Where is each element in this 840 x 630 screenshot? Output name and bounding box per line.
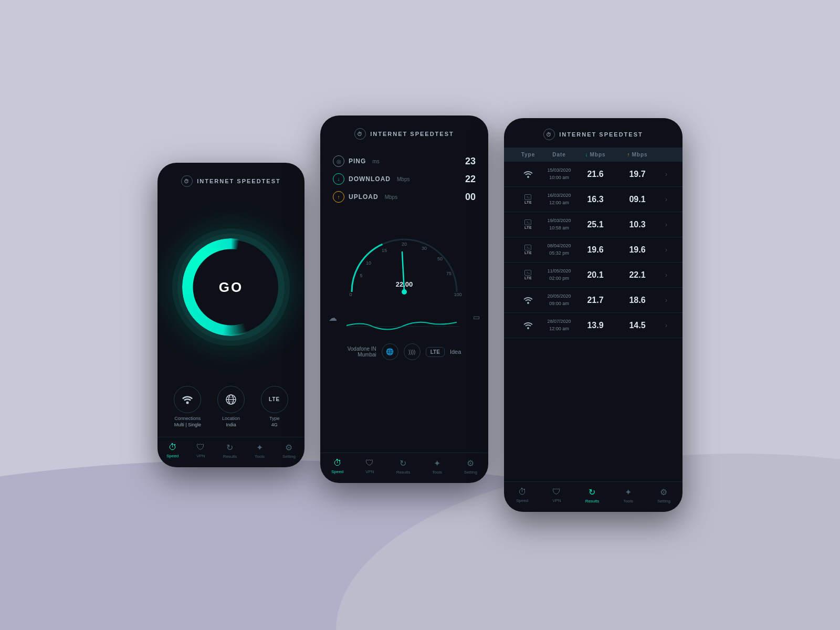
phone2-nav: ⏱ Speed 🛡 VPN ↻ Results ✦ Tools ⚙ Settin… xyxy=(320,453,488,483)
down-cell-7: 13.9 xyxy=(574,321,616,330)
lte-type-badge: LTE xyxy=(261,386,288,413)
nav-speed-p3[interactable]: ⏱ Speed xyxy=(516,487,528,503)
table-header: Type Date ↓Mbps ↑Mbps xyxy=(504,148,682,162)
nav-setting-p1[interactable]: ⚙ Setting xyxy=(282,443,296,459)
table-row[interactable]: ↑↓ LTE 19/03/202010:58 am 25.1 10.3 › xyxy=(504,212,682,237)
nav-setting-p2[interactable]: ⚙ Setting xyxy=(464,458,477,475)
download-value: 22 xyxy=(465,174,476,185)
svg-point-19 xyxy=(527,176,529,178)
phone1-nav: ⏱ Speed 🛡 VPN ↻ Results ✦ Tools ⚙ Settin… xyxy=(158,437,304,467)
type-cell-5: ↑↓ LTE xyxy=(512,270,544,280)
svg-point-0 xyxy=(186,401,189,404)
nav-tools-p1[interactable]: ✦ Tools xyxy=(255,443,265,459)
phone3: ⏱ INTERNET SPEEDTEST Type Date ↓Mbps ↑Mb… xyxy=(504,118,682,512)
results-nav-label-p1: Results xyxy=(223,454,237,459)
vpn-nav-label-p2: VPN xyxy=(365,469,374,474)
table-row[interactable]: ↑↓ LTE 11/05/202002:00 pm 20.1 22.1 › xyxy=(504,262,682,288)
nav-vpn-p1[interactable]: 🛡 VPN xyxy=(196,443,205,459)
type-cell-1 xyxy=(512,170,544,179)
speed-nav-icon-p2: ⏱ xyxy=(333,458,342,468)
stats-section: ◎ PING ms 23 ↓ DOWNLOAD Mbps 22 ↑ UPLOAD xyxy=(320,148,488,210)
table-row[interactable]: ↑↓ LTE 08/04/202005:32 pm 19.6 19.6 › xyxy=(504,237,682,262)
speedtest-icon-p2: ⏱ xyxy=(354,128,366,140)
chevron-6: › xyxy=(658,297,674,304)
nav-results-p1[interactable]: ↻ Results xyxy=(223,443,237,459)
nav-speed-p1[interactable]: ⏱ Speed xyxy=(166,443,178,459)
nav-speed-p2[interactable]: ⏱ Speed xyxy=(331,458,343,475)
type-cell-7 xyxy=(512,321,544,330)
provider-name-text: Vodafone IN Mumbai xyxy=(348,346,376,358)
setting-nav-icon-p3: ⚙ xyxy=(660,487,667,497)
svg-point-20 xyxy=(527,302,529,304)
date-cell-2: 16/03/202012:00 am xyxy=(544,192,574,206)
svg-text:0: 0 xyxy=(349,292,352,297)
svg-point-21 xyxy=(527,327,529,329)
table-row[interactable]: ↑↓ LTE 16/03/202012:00 am 16.3 09.1 › xyxy=(504,187,682,212)
vpn-nav-icon-p1: 🛡 xyxy=(196,443,205,452)
table-row[interactable]: 20/05/202009:00 am 21.7 18.6 › xyxy=(504,288,682,313)
down-cell-2: 16.3 xyxy=(574,195,616,204)
tools-nav-label-p1: Tools xyxy=(255,454,265,459)
phone2: ⏱ INTERNET SPEEDTEST ◎ PING ms 23 ↓ DOWN… xyxy=(320,116,488,483)
location-label: Location India xyxy=(222,415,240,428)
speed-nav-label-p1: Speed xyxy=(166,454,178,458)
table-row[interactable]: 28/07/202012:00 am 13.9 14.5 › xyxy=(504,313,682,338)
svg-text:5: 5 xyxy=(360,273,362,278)
nav-vpn-p2[interactable]: 🛡 VPN xyxy=(365,458,374,475)
svg-text:50: 50 xyxy=(437,256,443,261)
chevron-4: › xyxy=(658,246,674,254)
table-row[interactable]: 15/03/202010:00 am 21.6 19.7 › xyxy=(504,162,682,187)
type-item[interactable]: LTE Type 4G xyxy=(261,386,288,428)
nav-tools-p3[interactable]: ✦ Tools xyxy=(623,487,633,503)
up-cell-1: 19.7 xyxy=(616,170,658,179)
mumbai-name: Mumbai xyxy=(348,352,376,358)
vpn-nav-label-p3: VPN xyxy=(552,498,561,503)
chevron-3: › xyxy=(658,221,674,228)
upload-row: ↑ UPLOAD Mbps 00 xyxy=(333,188,476,206)
down-cell-3: 25.1 xyxy=(574,220,616,229)
svg-text:30: 30 xyxy=(422,246,427,251)
phone2-header: ⏱ INTERNET SPEEDTEST xyxy=(320,116,488,148)
phone3-title: INTERNET SPEEDTEST xyxy=(559,131,643,138)
results-nav-label-p2: Results xyxy=(396,470,411,475)
chevron-1: › xyxy=(658,171,674,178)
location-value: India xyxy=(222,422,240,428)
upload-left: ↑ UPLOAD Mbps xyxy=(333,191,397,203)
nav-tools-p2[interactable]: ✦ Tools xyxy=(432,458,442,475)
cloud-icon: ☁ xyxy=(329,313,337,323)
svg-text:100: 100 xyxy=(454,292,461,297)
phone1: ⏱ INTERNET SPEEDTEST GO Connections xyxy=(158,163,304,467)
svg-text:15: 15 xyxy=(382,248,387,253)
svg-text:20: 20 xyxy=(402,242,407,247)
speed-nav-label-p2: Speed xyxy=(331,469,343,474)
ping-left: ◎ PING ms xyxy=(333,155,380,167)
go-button[interactable]: GO xyxy=(184,240,278,334)
results-nav-icon-p1: ↻ xyxy=(226,443,233,453)
wave-section: ☁ ▭ xyxy=(320,307,488,338)
svg-text:22.00: 22.00 xyxy=(396,280,413,288)
type-cell-4: ↑↓ LTE xyxy=(512,245,544,255)
speedometer-big-container: GO xyxy=(158,193,304,382)
nav-results-p3[interactable]: ↻ Results xyxy=(585,487,600,503)
date-cell-6: 20/05/202009:00 am xyxy=(544,293,574,307)
date-cell-5: 11/05/202002:00 pm xyxy=(544,268,574,282)
svg-text:75: 75 xyxy=(446,271,452,276)
nav-vpn-p3[interactable]: 🛡 VPN xyxy=(552,487,561,503)
tools-nav-label-p3: Tools xyxy=(623,499,633,503)
vpn-nav-icon-p2: 🛡 xyxy=(365,458,374,468)
connections-item[interactable]: Connections Multi | Single xyxy=(174,386,201,428)
up-cell-4: 19.6 xyxy=(616,245,658,255)
location-item[interactable]: Location India xyxy=(217,386,245,428)
up-cell-2: 09.1 xyxy=(616,195,658,204)
date-cell-3: 19/03/202010:58 am xyxy=(544,217,574,232)
nav-results-p2[interactable]: ↻ Results xyxy=(396,458,411,475)
connections-value: Multi | Single xyxy=(174,422,201,428)
vpn-nav-icon-p3: 🛡 xyxy=(552,487,561,497)
nav-setting-p3[interactable]: ⚙ Setting xyxy=(657,487,670,503)
upload-unit: Mbps xyxy=(385,194,397,200)
vodafone-name: Vodafone IN xyxy=(348,346,376,352)
gauge-svg: 0 5 10 15 20 30 50 75 100 22.00 xyxy=(341,218,467,302)
speed-nav-label-p3: Speed xyxy=(516,498,528,503)
down-cell-4: 19.6 xyxy=(574,245,616,255)
ping-icon: ◎ xyxy=(333,155,344,167)
